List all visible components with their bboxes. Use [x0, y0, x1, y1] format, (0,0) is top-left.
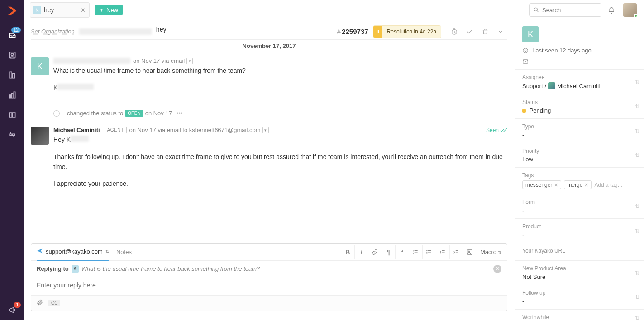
- status-field[interactable]: Status Pending ⇅: [515, 94, 644, 119]
- unordered-list-icon[interactable]: [422, 245, 436, 259]
- remove-quote-icon[interactable]: ✕: [493, 265, 501, 273]
- assignee-avatar-icon: [548, 82, 555, 89]
- tags-field[interactable]: Tags messenger✕ merge✕ Add a tag...: [515, 168, 644, 194]
- replying-to-avatar: K: [72, 265, 79, 273]
- nav-organizations[interactable]: [0, 65, 24, 85]
- macro-dropdown[interactable]: Macro⇅: [480, 249, 501, 255]
- requester-name-redacted: [79, 28, 152, 35]
- chevron-updown-icon[interactable]: ⇅: [635, 315, 639, 320]
- trash-icon[interactable]: [478, 25, 492, 38]
- chevron-updown-icon[interactable]: ⇅: [635, 270, 639, 276]
- chevron-updown-icon[interactable]: ⇅: [635, 203, 639, 210]
- svg-point-14: [427, 252, 427, 252]
- attachment-icon[interactable]: [37, 299, 43, 307]
- add-tag-input[interactable]: Add a tag...: [594, 182, 622, 188]
- type-field[interactable]: Type - ⇅: [515, 119, 644, 143]
- svg-point-18: [523, 48, 528, 53]
- field-value: -: [522, 132, 637, 138]
- conversation-title[interactable]: hey: [156, 26, 167, 38]
- message-options-icon[interactable]: ▾: [186, 58, 193, 64]
- svg-point-9: [534, 8, 537, 11]
- chevron-updown-icon[interactable]: ⇅: [635, 294, 639, 301]
- notes-tab[interactable]: Notes: [116, 249, 132, 255]
- tag-pill[interactable]: messenger✕: [522, 180, 561, 189]
- snooze-icon[interactable]: [448, 25, 461, 38]
- svg-rect-11: [378, 30, 379, 33]
- form-field[interactable]: Form - ⇅: [515, 194, 644, 219]
- chevron-down-icon[interactable]: [494, 25, 507, 38]
- reply-channel-tab[interactable]: support@kayako.com ⇅: [37, 248, 109, 261]
- outdent-icon[interactable]: [436, 245, 449, 259]
- chevron-updown-icon[interactable]: ⇅: [635, 228, 639, 234]
- svg-rect-8: [13, 134, 15, 135]
- chevron-updown-icon[interactable]: ⇅: [635, 152, 639, 159]
- field-value: -: [522, 231, 637, 238]
- cc-button[interactable]: CC: [48, 300, 60, 306]
- requester-avatar[interactable]: K: [31, 57, 49, 75]
- nav-insights[interactable]: [0, 85, 24, 105]
- search-input[interactable]: [542, 7, 592, 14]
- ordered-list-icon[interactable]: [409, 245, 422, 259]
- follow-up-field[interactable]: Follow up - ⇅: [515, 285, 644, 310]
- chevron-updown-icon[interactable]: ⇅: [635, 104, 639, 110]
- field-label: Type: [522, 123, 637, 130]
- message-options-icon[interactable]: ▾: [262, 127, 269, 133]
- priority-field[interactable]: Priority Low ⇅: [515, 143, 644, 168]
- sla-indicator[interactable]: Resolution in 4d 22h: [373, 25, 441, 38]
- agent-badge: AGENT: [105, 127, 127, 133]
- indent-icon[interactable]: [449, 245, 463, 259]
- nav-announcements[interactable]: 1: [0, 300, 24, 320]
- nav-users[interactable]: [0, 45, 24, 65]
- bold-icon[interactable]: B: [341, 245, 354, 259]
- message-body: I appreciate your patience.: [53, 179, 507, 189]
- user-avatar[interactable]: [623, 3, 637, 17]
- tab-close-icon[interactable]: ✕: [81, 7, 86, 14]
- email-icon[interactable]: [522, 58, 529, 65]
- paragraph-icon[interactable]: ¶: [382, 245, 395, 259]
- requester-name-redacted: [53, 58, 130, 64]
- image-icon[interactable]: [463, 245, 477, 259]
- last-seen-icon: [522, 47, 529, 54]
- quote-icon[interactable]: ❝: [395, 245, 409, 259]
- reply-textarea[interactable]: [37, 282, 501, 289]
- nav-helpcenter[interactable]: [0, 105, 24, 125]
- reply-text-area[interactable]: [31, 277, 507, 295]
- kayako-url-field[interactable]: Your Kayako URL: [515, 243, 644, 261]
- open-tab[interactable]: K hey ✕: [30, 2, 90, 18]
- event-post: on Nov 17: [145, 110, 172, 117]
- kayako-logo[interactable]: [6, 5, 19, 17]
- worthwhile-field[interactable]: Worthwhile ⇅: [515, 310, 644, 320]
- nav-channels[interactable]: [0, 125, 24, 145]
- field-label: Product: [522, 223, 637, 230]
- message-row: Michael Caminiti AGENT on Nov 17 via ema…: [31, 127, 507, 196]
- new-product-area-field[interactable]: New Product Area Not Sure ⇅: [515, 261, 644, 285]
- timeline-status-event: changed the status to OPEN on Nov 17 •••: [53, 110, 507, 117]
- link-icon[interactable]: [368, 245, 382, 259]
- remove-tag-icon[interactable]: ✕: [554, 182, 558, 188]
- notifications-icon[interactable]: [603, 2, 620, 18]
- requester-avatar-large[interactable]: K: [522, 26, 539, 42]
- chevron-updown-icon[interactable]: ⇅: [635, 128, 639, 134]
- product-field[interactable]: Product - ⇅: [515, 219, 644, 243]
- tag-pill[interactable]: merge✕: [564, 180, 592, 189]
- chevron-updown-icon[interactable]: ⇅: [635, 79, 639, 85]
- agent-avatar[interactable]: [31, 127, 49, 145]
- details-sidebar: K Last seen 12 days ago Assignee Support…: [515, 20, 644, 320]
- field-label: Priority: [522, 148, 637, 154]
- reply-channel-label: support@kayako.com: [46, 248, 103, 255]
- field-label: New Product Area: [522, 265, 637, 272]
- event-more-icon[interactable]: •••: [177, 110, 183, 117]
- italic-icon[interactable]: I: [354, 245, 368, 259]
- new-button[interactable]: ＋ New: [95, 5, 123, 15]
- double-check-icon: [500, 128, 507, 132]
- search-input-container[interactable]: [529, 3, 601, 17]
- assignee-field[interactable]: Assignee Support / Michael Caminiti ⇅: [515, 70, 644, 94]
- ticket-id: #2259737: [337, 28, 368, 35]
- field-value: Not Sure: [522, 273, 637, 280]
- sla-text: Resolution in 4d 22h: [382, 26, 441, 38]
- signature: K: [53, 83, 507, 93]
- set-organization-link[interactable]: Set Organization: [31, 28, 75, 35]
- nav-inbox[interactable]: 12: [0, 25, 24, 45]
- remove-tag-icon[interactable]: ✕: [584, 182, 588, 188]
- complete-icon[interactable]: [463, 25, 477, 38]
